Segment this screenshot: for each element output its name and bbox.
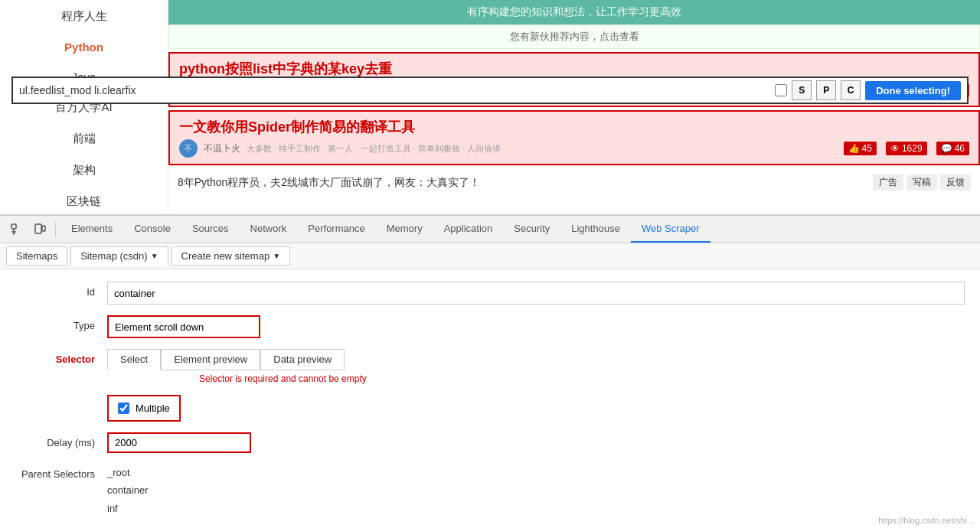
article-partial-row: 8年Python程序员，夫2线城市大厂面试崩了，网友：大真实了！ 广告 写稿 反… [168, 168, 980, 197]
parent-selector-root[interactable]: _root [107, 464, 965, 481]
report-icon: 反馈 [940, 174, 971, 191]
article-tags-2: 大多数 · 纯手工制作 · 第一人 · 一起打造工具 · 简单到极致 · 人间值… [247, 143, 501, 155]
c-button[interactable]: C [841, 80, 861, 100]
article-action-icons: 广告 写稿 反馈 [873, 174, 971, 191]
create-sitemap-dropdown-icon[interactable]: ▼ [273, 252, 280, 260]
id-row: Id [15, 282, 965, 305]
watermark: https://blog.csdn.net/shi... [878, 516, 974, 525]
svg-rect-4 [42, 226, 45, 231]
selector-tab-element-preview[interactable]: Element preview [161, 349, 260, 370]
devtools-toolbar: Elements Console Sources Network Perform… [0, 216, 980, 243]
website-content: 有序构建您的知识和想法，让工作学习更高效 您有新伙推荐内容，点击查看 pytho… [168, 0, 980, 214]
parent-selectors-list: _root container inf [107, 464, 965, 517]
tab-application[interactable]: Application [433, 216, 504, 243]
selector-label: Selector [15, 349, 107, 365]
device-icon[interactable] [29, 219, 51, 240]
selector-value: ul.feedlist_mod li.clearfix [19, 84, 770, 96]
feedback-icon: 写稿 [906, 174, 937, 191]
selector-checkbox[interactable] [775, 84, 787, 96]
article-title-2: 一文教你用Spider制作简易的翻译工具 [179, 118, 969, 136]
sidebar: 程序人生 Python Java 百万人学AI 前端 架构 区块链 [0, 0, 168, 214]
sitemap-bar: Sitemaps Sitemap (csdn) ▼ Create new sit… [0, 243, 980, 269]
multiple-label [15, 395, 107, 399]
selector-tabs: Select Element preview Data preview [107, 349, 965, 370]
svg-rect-3 [35, 224, 41, 233]
sidebar-item-python[interactable]: Python [64, 39, 103, 55]
s-button[interactable]: S [792, 80, 812, 100]
article-partial-text: 8年Python程序员，夫2线城市大厂面试崩了，网友：大真实了！ [178, 176, 480, 190]
tab-console[interactable]: Console [123, 216, 181, 243]
sidebar-item-frontend[interactable]: 前端 [73, 130, 96, 148]
tab-sources[interactable]: Sources [181, 216, 240, 243]
multiple-box: Multiple [107, 395, 181, 422]
devtools-tabs: Elements Console Sources Network Perform… [60, 216, 710, 243]
tab-lighthouse[interactable]: Lighthouse [560, 216, 631, 243]
selector-row: Selector Select Element preview Data pre… [15, 349, 965, 384]
top-banner: 有序构建您的知识和想法，让工作学习更高效 [168, 0, 980, 24]
create-sitemap-button[interactable]: Create new sitemap ▼ [172, 246, 291, 266]
author-2: 不温卜火 [204, 142, 240, 155]
devtools-panel: Elements Console Sources Network Perform… [0, 214, 980, 528]
p-button[interactable]: P [816, 80, 836, 100]
parent-selector-inf[interactable]: inf [107, 500, 965, 517]
selector-tab-data-preview[interactable]: Data preview [260, 349, 345, 370]
sitemap-csdn-dropdown-icon[interactable]: ▼ [151, 252, 158, 260]
id-input[interactable] [107, 282, 965, 305]
tab-memory[interactable]: Memory [376, 216, 433, 243]
views-badge-2: 👁 1629 [886, 142, 927, 155]
parent-selectors-label: Parent Selectors [15, 464, 107, 480]
ad-icon: 广告 [873, 174, 903, 191]
type-label: Type [15, 315, 107, 331]
multiple-text: Multiple [136, 403, 170, 414]
type-row: Type Element scroll down [15, 315, 965, 338]
sidebar-item-arch[interactable]: 架构 [73, 161, 96, 179]
selector-bar: ul.feedlist_mod li.clearfix S P C Done s… [11, 77, 969, 104]
article-stats-2: 👍 45 👁 1629 💬 46 [844, 142, 969, 155]
multiple-row: Multiple [15, 395, 965, 422]
tab-security[interactable]: Security [503, 216, 560, 243]
likes-badge-2: 👍 45 [844, 142, 877, 155]
id-label: Id [15, 282, 107, 298]
delay-input[interactable] [115, 437, 243, 448]
done-selecting-button[interactable]: Done selecting! [865, 81, 961, 100]
svg-rect-0 [11, 224, 16, 229]
selector-error-message: Selector is required and cannot be empty [199, 373, 965, 384]
article-card-2[interactable]: 一文教你用Spider制作简易的翻译工具 不 不温卜火 大多数 · 纯手工制作 … [168, 110, 980, 165]
tab-network[interactable]: Network [240, 216, 298, 243]
delay-row: Delay (ms) [15, 432, 965, 453]
sidebar-item-chenxu[interactable]: 程序人生 [61, 8, 107, 25]
sitemap-tab-csdn[interactable]: Sitemap (csdn) ▼ [70, 246, 168, 266]
inspect-icon[interactable] [6, 219, 28, 240]
delay-box [107, 432, 251, 453]
multiple-checkbox[interactable] [118, 403, 129, 414]
avatar-2: 不 [179, 139, 198, 158]
selector-tab-select[interactable]: Select [107, 349, 161, 370]
form-area: Id Type Element scroll down Selector Sel… [0, 269, 980, 528]
tab-elements[interactable]: Elements [60, 216, 123, 243]
sitemap-tab-all[interactable]: Sitemaps [6, 246, 67, 266]
article-title-1: python按照list中字典的某key去重 [179, 60, 969, 78]
parent-selector-container[interactable]: container [107, 481, 965, 499]
type-value[interactable]: Element scroll down [107, 315, 260, 338]
recommend-bar[interactable]: 您有新伙推荐内容，点击查看 [168, 24, 980, 49]
sidebar-item-blockchain[interactable]: 区块链 [67, 193, 101, 210]
comments-badge-2: 💬 46 [936, 142, 969, 155]
article-meta-2: 不 不温卜火 大多数 · 纯手工制作 · 第一人 · 一起打造工具 · 简单到极… [179, 139, 969, 158]
toolbar-separator [55, 222, 56, 237]
delay-label: Delay (ms) [15, 432, 107, 448]
tab-performance[interactable]: Performance [297, 216, 375, 243]
parent-selectors-row: Parent Selectors _root container inf [15, 464, 965, 517]
tab-web-scraper[interactable]: Web Scraper [631, 216, 710, 243]
